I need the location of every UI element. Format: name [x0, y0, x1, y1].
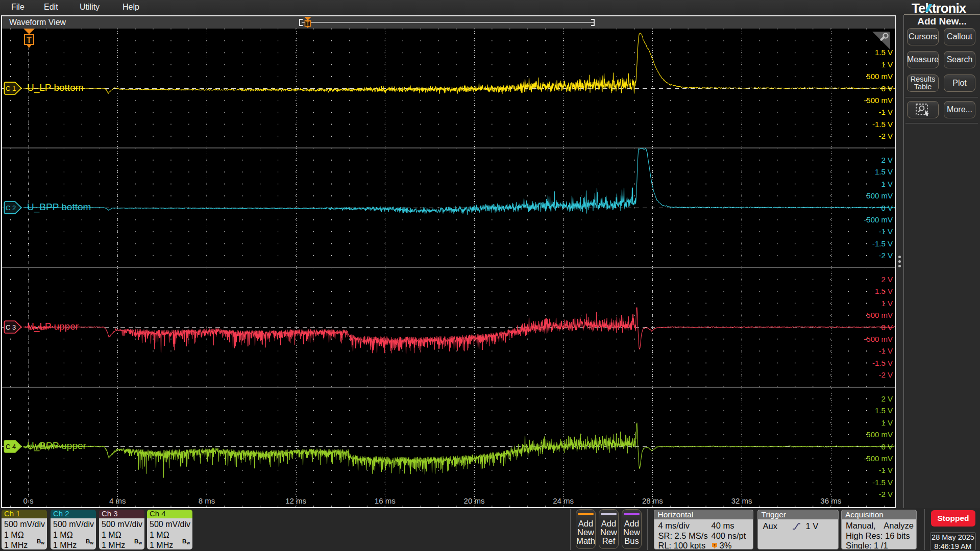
svg-text:C 2: C 2 — [6, 204, 16, 212]
svg-text:T: T — [713, 543, 716, 547]
svg-text:C 4: C 4 — [6, 443, 16, 450]
svg-text:C 1: C 1 — [6, 85, 16, 92]
svg-text:C 3: C 3 — [6, 323, 16, 331]
svg-text:T: T — [306, 21, 309, 27]
